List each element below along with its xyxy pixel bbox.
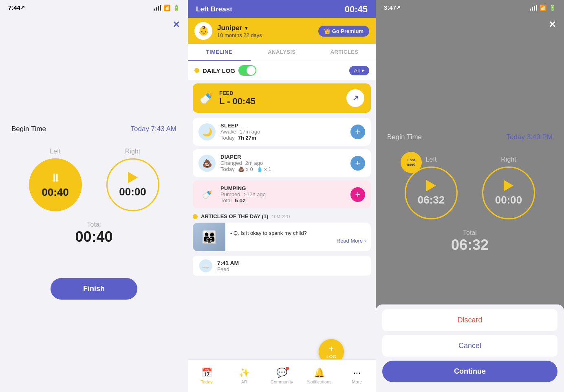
pumping-log-item: 🍼 PUMPING Pumped >12h ago Total 5 oz + <box>193 180 371 208</box>
nav-item-notifications[interactable]: 🔔 Notifications <box>301 368 338 384</box>
bottle-icon: 🍼 <box>199 92 214 105</box>
continue-button[interactable]: Continue <box>382 361 557 382</box>
diaper-info: DIAPER Changed 2m ago Today 💩 x 0 💧 x 1 <box>220 154 271 172</box>
pumping-detail: Pumped >12h ago <box>220 191 266 197</box>
nav-item-ar[interactable]: ✨ AR <box>225 368 263 384</box>
pumping-icon-circle: 🍼 <box>198 186 216 203</box>
right-breast-col-right: Right 00:00 <box>482 156 535 219</box>
yellow-dot-icon <box>194 68 199 73</box>
left-breast-label: Left <box>50 148 61 155</box>
wifi-right-icon: 📶 <box>540 4 546 11</box>
arrow-up-right-icon: ↗ <box>352 94 359 103</box>
articles-section: ARTICLES OF THE DAY (1) 10M-22D 👨‍👩‍👧 - … <box>188 210 376 254</box>
sleep-log-item: 🌙 SLEEP Awake 17m ago Today 7h 27m + <box>193 118 371 146</box>
feed-info: FEED L - 00:45 <box>219 90 256 107</box>
left-breast-label-right: Left <box>426 156 437 163</box>
wifi-icon: 📶 <box>163 4 170 11</box>
tab-analysis[interactable]: ANALYSIS <box>251 44 313 61</box>
feed-navigate-button[interactable]: ↗ <box>346 89 364 107</box>
nav-item-community[interactable]: 💬 Community <box>263 368 300 384</box>
calendar-icon: 📅 <box>201 368 212 378</box>
articles-dot-icon <box>193 214 198 219</box>
bottom-nav: 📅 Today ✨ AR 💬 Community 🔔 Notifications… <box>188 359 376 392</box>
baby-age: 10 months 22 days <box>217 32 262 38</box>
time-left: 7:44 <box>8 4 20 11</box>
daily-log-label: DAILY LOG <box>203 67 235 74</box>
signal-right-icon <box>530 5 537 11</box>
article-text: - Q. Is it okay to spank my child? <box>230 230 366 236</box>
feed-title: FEED <box>219 90 256 96</box>
begin-time-row-right: Begin Time Today 3:40 PM <box>376 127 564 148</box>
baby-name: Juniper ▼ <box>217 24 262 32</box>
daily-log-left: DAILY LOG <box>194 65 256 76</box>
feed-card[interactable]: 🍼 FEED L - 00:45 ↗ <box>193 83 371 113</box>
panel-right: 3:47 ↗ 📶 🔋 ✕ Begin Time Today 3:40 PM La… <box>376 0 564 392</box>
nav-item-today[interactable]: 📅 Today <box>188 368 225 384</box>
community-icon: 💬 <box>276 368 287 378</box>
time-right: 3:47 <box>384 4 396 11</box>
right-breast-button-right[interactable]: 00:00 <box>482 166 535 219</box>
nav-item-more[interactable]: ··· More <box>338 368 376 384</box>
timeline-entry: ☁️ 7:41 AM Feed <box>193 256 371 276</box>
finish-button[interactable]: Finish <box>51 278 137 300</box>
articles-header: ARTICLES OF THE DAY (1) 10M-22D <box>193 213 371 219</box>
nav-today-label: Today <box>200 379 212 384</box>
pause-icon: ⏸ <box>50 171 61 184</box>
battery-right-icon: 🔋 <box>549 4 556 11</box>
left-timer: 00:40 <box>42 186 69 199</box>
breast-controls-right: Lastused Left 06:32 Right 00:00 <box>376 156 564 219</box>
begin-time-row: Begin Time Today 7:43 AM <box>0 118 188 140</box>
baby-avatar: 👶 <box>194 22 212 40</box>
pumping-total: Total 5 oz <box>220 197 266 204</box>
diaper-add-button[interactable]: + <box>350 156 365 171</box>
panel-middle: Left Breast 00:45 👶 Juniper ▼ 10 months … <box>188 0 376 392</box>
ar-icon: ✨ <box>239 368 250 378</box>
sleep-add-button[interactable]: + <box>350 125 365 139</box>
left-timer-right: 06:32 <box>418 194 445 206</box>
sleep-info: SLEEP Awake 17m ago Today 7h 27m <box>220 123 260 141</box>
pumping-info: PUMPING Pumped >12h ago Total 5 oz <box>220 185 266 204</box>
close-button[interactable]: ✕ <box>172 20 180 30</box>
begin-time-label: Begin Time <box>11 125 46 133</box>
sleep-detail: Awake 17m ago <box>220 129 260 135</box>
tab-timeline[interactable]: TIMELINE <box>188 44 251 61</box>
diaper-title: DIAPER <box>220 154 271 160</box>
play-icon <box>128 172 138 183</box>
profile-left: 👶 Juniper ▼ 10 months 22 days <box>194 22 262 40</box>
daily-log-row: DAILY LOG All ▾ <box>188 61 376 80</box>
right-breast-button[interactable]: 00:00 <box>106 158 159 211</box>
sleep-title: SLEEP <box>220 123 260 129</box>
begin-time-value: Today 7:43 AM <box>131 125 176 133</box>
pumping-add-button[interactable]: + <box>350 187 365 202</box>
nav-community-label: Community <box>271 379 293 384</box>
left-breast-button[interactable]: ⏸ 00:40 <box>29 158 82 211</box>
tab-articles[interactable]: ARTICLES <box>313 44 376 61</box>
articles-title: ARTICLES OF THE DAY (1) <box>201 213 268 219</box>
tabs-bar: TIMELINE ANALYSIS ARTICLES <box>188 44 376 61</box>
chevron-down-icon: ▾ <box>361 68 364 74</box>
article-read-more-link[interactable]: Read More › <box>230 238 366 244</box>
last-used-badge: Lastused <box>401 152 422 173</box>
total-value-right: 06:32 <box>451 237 489 254</box>
location-arrow-right-icon: ↗ <box>396 4 401 11</box>
article-card[interactable]: 👨‍👩‍👧 - Q. Is it okay to spank my child?… <box>193 223 371 251</box>
diaper-icon-circle: 💩 <box>198 155 216 172</box>
articles-tag: 10M-22D <box>271 214 290 219</box>
all-filter-button[interactable]: All ▾ <box>349 66 369 75</box>
pumping-title: PUMPING <box>220 185 266 191</box>
premium-button[interactable]: 👑 Go Premium <box>318 26 369 37</box>
diaper-counts: Today 💩 x 0 💧 x 1 <box>220 166 271 172</box>
cancel-button[interactable]: Cancel <box>382 335 557 357</box>
timeline-time: 7:41 AM <box>217 260 239 266</box>
diaper-detail: Changed 2m ago <box>220 160 271 166</box>
action-sheet: Discard Cancel Continue <box>376 304 564 392</box>
left-breast-button-right[interactable]: 06:32 <box>405 166 458 219</box>
discard-button[interactable]: Discard <box>382 309 557 331</box>
close-right-button[interactable]: ✕ <box>549 20 556 30</box>
daily-log-toggle[interactable] <box>238 65 256 76</box>
play-left-icon <box>426 180 436 191</box>
begin-time-value-right: Today 3:40 PM <box>507 133 553 141</box>
right-timer-right: 00:00 <box>495 194 522 206</box>
bell-icon: 🔔 <box>314 368 325 378</box>
location-arrow-icon: ↗ <box>20 4 25 11</box>
